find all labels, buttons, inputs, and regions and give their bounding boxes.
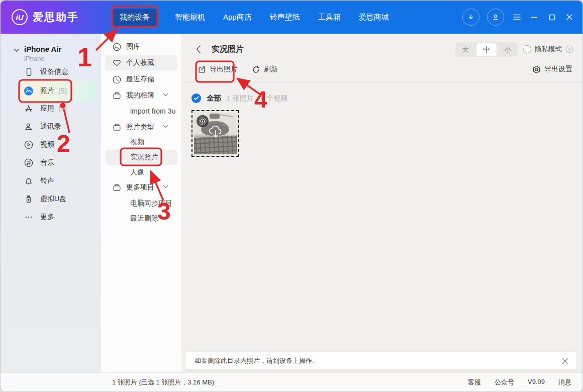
nav-toolbox[interactable]: 工具箱	[318, 13, 341, 22]
help-icon[interactable]: ?	[565, 45, 573, 53]
sidebar-item-label: 更多	[40, 213, 54, 222]
gallery-icon	[112, 43, 121, 51]
category-videos[interactable]: 视频	[105, 135, 177, 150]
category-live-photos[interactable]: 实况照片	[105, 150, 177, 165]
category-gallery[interactable]: 图库	[105, 39, 177, 54]
export-photos-button[interactable]: 导出照片	[198, 65, 238, 74]
device-header[interactable]: iPhone Air iPhone	[14, 45, 61, 62]
photos-icon	[24, 86, 34, 96]
category-more-items[interactable]: 更多项目	[105, 180, 177, 195]
status-links: 客服 公众号 V9.09 消息	[468, 378, 571, 387]
privacy-toggle[interactable]	[523, 45, 531, 53]
photo-thumbnail[interactable]	[191, 110, 239, 157]
notice-close-icon[interactable]	[562, 358, 568, 364]
nav-flash[interactable]: 智能刷机	[175, 13, 205, 22]
refresh-button[interactable]: 刷新	[252, 65, 278, 74]
close-button[interactable]	[564, 11, 574, 24]
version-label: V9.09	[528, 378, 545, 387]
sidebar-item-music[interactable]: 音乐	[20, 154, 96, 172]
support-link[interactable]: 客服	[468, 378, 481, 387]
category-portraits[interactable]: 人像	[105, 165, 177, 180]
sidebar-item-ringtones[interactable]: 铃声	[20, 172, 96, 190]
nav-my-device[interactable]: 我的设备	[113, 9, 157, 26]
export-settings-button[interactable]: 导出设置	[532, 65, 572, 74]
category-my-albums[interactable]: 我的相簿	[105, 88, 177, 103]
sidebar-item-label: 通讯录	[40, 122, 61, 131]
download-circle-icon[interactable]	[462, 9, 479, 26]
logo-icon: iU	[12, 9, 28, 25]
icloud-download-icon	[207, 124, 225, 140]
device-type: iPhone	[24, 55, 61, 62]
sidebar-item-more[interactable]: 更多	[20, 208, 96, 226]
refresh-label: 刷新	[264, 65, 278, 74]
category-favorites[interactable]: 个人收藏	[105, 55, 177, 70]
maximize-button[interactable]	[547, 11, 557, 24]
svg-text:?: ?	[568, 47, 570, 52]
page-title: 实况照片	[212, 44, 244, 55]
category-label: 更多项目	[126, 183, 154, 192]
privacy-label: 隐私模式	[535, 45, 562, 54]
select-all-checkbox[interactable]	[191, 93, 201, 103]
select-all-label[interactable]: 全部	[207, 93, 221, 103]
photo-category-sidebar: 图库 个人收藏 最近存储 我的相簿 import from 3u	[101, 34, 182, 372]
category-label: 视频	[130, 138, 144, 147]
nav-ringtones-wallpaper[interactable]: 铃声壁纸	[270, 13, 300, 22]
heart-icon	[112, 59, 121, 67]
nav-mall[interactable]: 爱思商城	[359, 13, 389, 22]
user-circle-icon[interactable]	[487, 9, 504, 26]
category-photo-types[interactable]: 照片类型	[105, 120, 177, 135]
size-medium-button[interactable]: 中	[476, 43, 497, 56]
nav-app-store[interactable]: App商店	[223, 13, 252, 22]
main-nav: 我的设备 智能刷机 App商店 铃声壁纸 工具箱 爱思商城	[113, 1, 389, 34]
main-header: 实况照片 大 中 小 隐私模式 ?	[182, 41, 582, 58]
sidebar-item-videos[interactable]: 视频	[20, 136, 96, 154]
size-large-button[interactable]: 大	[455, 45, 476, 54]
sidebar-item-contacts[interactable]: 通讯录	[20, 118, 96, 136]
refresh-icon	[252, 65, 260, 74]
thumbnail-size-segment: 大 中 小	[455, 42, 518, 57]
category-label: 实况照片	[130, 153, 158, 162]
chevron-down-icon[interactable]	[163, 125, 168, 128]
album-icon	[112, 123, 121, 131]
album-icon	[112, 183, 121, 191]
videos-icon	[24, 140, 34, 149]
i4tools-window: iU 爱思助手 我的设备 智能刷机 App商店 铃声壁纸 工具箱 爱思商城	[0, 0, 583, 392]
chevron-down-icon[interactable]	[163, 185, 168, 188]
sidebar-item-label: 视频	[40, 140, 54, 149]
official-account-link[interactable]: 公众号	[495, 378, 514, 387]
chevron-down-icon[interactable]	[163, 93, 168, 96]
category-label: 人像	[130, 168, 144, 177]
category-label: 最近存储	[126, 75, 154, 84]
sidebar-item-label: 照片	[40, 86, 54, 95]
menu-icon[interactable]	[512, 11, 522, 24]
device-name: iPhone Air	[24, 45, 61, 53]
top-navbar: iU 爱思助手 我的设备 智能刷机 App商店 铃声壁纸 工具箱 爱思商城	[1, 1, 582, 34]
gear-icon	[532, 65, 541, 74]
category-label: 我的相簿	[126, 91, 154, 100]
usb-icon	[24, 194, 34, 204]
category-import-from-3u[interactable]: import from 3u	[105, 104, 177, 119]
export-settings-label: 导出设置	[544, 65, 572, 74]
messages-link[interactable]: 消息	[558, 378, 571, 387]
size-small-button[interactable]: 小	[497, 45, 518, 54]
sidebar-item-photos[interactable]: 照片 (5)	[20, 81, 96, 101]
device-info-icon	[24, 67, 34, 76]
sidebar-item-apps[interactable]: 应用 (3)	[20, 100, 96, 118]
selection-row: 全部 1 张照片，0 个视频	[191, 93, 287, 103]
sidebar-item-device-info[interactable]: 设备信息	[20, 63, 96, 81]
sidebar-item-label: 虚拟U盘	[40, 194, 66, 204]
category-recently-deleted[interactable]: 最近删除	[105, 211, 177, 226]
category-recents[interactable]: 最近存储	[105, 72, 177, 87]
minimize-button[interactable]	[529, 11, 539, 24]
contacts-icon	[24, 122, 34, 131]
category-pc-synced[interactable]: 电脑同步项目	[105, 196, 177, 211]
selection-status: 1 张照片 (已选 1 张照片，3.16 MB)	[112, 378, 214, 387]
category-label: 个人收藏	[126, 58, 154, 67]
export-label: 导出照片	[210, 65, 238, 74]
sidebar-item-virtual-usb[interactable]: 虚拟U盘	[20, 190, 96, 208]
more-icon	[24, 213, 34, 222]
back-button[interactable]	[196, 45, 201, 54]
notice-text: 如要删除此目录内照片，请到设备上操作。	[195, 356, 562, 365]
chevron-down-icon	[14, 48, 20, 62]
category-label: import from 3u	[130, 107, 175, 115]
